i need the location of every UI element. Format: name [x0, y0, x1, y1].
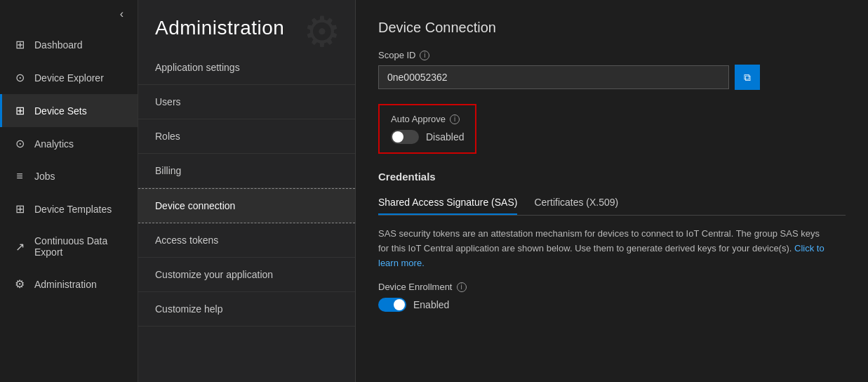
nav-item-application-settings[interactable]: Application settings [138, 51, 355, 85]
main-content: Device Connection Scope ID i ⧉ Auto Appr… [356, 0, 868, 382]
device-explorer-icon: ⊙ [13, 71, 26, 84]
auto-approve-toggle[interactable] [391, 130, 419, 144]
device-enrollment-label: Device Enrollment i [378, 282, 846, 292]
sidebar-label-dashboard: Dashboard [34, 39, 83, 51]
auto-approve-toggle-row: Disabled [391, 130, 464, 144]
sidebar-header: ‹ [0, 0, 138, 28]
sidebar-item-jobs[interactable]: ≡ Jobs [0, 160, 138, 192]
copy-icon: ⧉ [744, 72, 751, 84]
nav-item-billing[interactable]: Billing [138, 154, 355, 188]
credentials-description: SAS security tokens are an attestation m… [378, 227, 827, 270]
sidebar-label-jobs: Jobs [34, 171, 55, 182]
sidebar-label-administration: Administration [34, 279, 97, 290]
scope-id-info-icon[interactable]: i [420, 51, 429, 60]
scope-id-label: Scope ID i [378, 50, 846, 60]
nav-item-access-tokens[interactable]: Access tokens [138, 223, 355, 258]
dashboard-icon: ⊞ [13, 38, 26, 51]
sidebar-item-device-explorer[interactable]: ⊙ Device Explorer [0, 61, 138, 94]
nav-item-customize-application[interactable]: Customize your application [138, 258, 355, 292]
nav-item-customize-help[interactable]: Customize help [138, 292, 355, 327]
sidebar: ‹ ⊞ Dashboard ⊙ Device Explorer ⊞ Device… [0, 0, 138, 382]
nav-item-users[interactable]: Users [138, 85, 355, 119]
sidebar-item-device-sets[interactable]: ⊞ Device Sets [0, 94, 138, 127]
continuous-data-export-icon: ↗ [13, 240, 26, 253]
auto-approve-state-label: Disabled [426, 131, 464, 143]
sidebar-label-device-explorer: Device Explorer [34, 72, 104, 84]
section-title: Device Connection [378, 20, 846, 36]
auto-approve-info-icon[interactable]: i [450, 114, 460, 124]
device-enrollment-state-label: Enabled [413, 299, 449, 310]
sidebar-item-analytics[interactable]: ⊙ Analytics [0, 127, 138, 160]
device-sets-icon: ⊞ [13, 104, 26, 117]
sidebar-item-continuous-data-export[interactable]: ↗ Continuous Data Export [0, 225, 138, 268]
sidebar-item-administration[interactable]: ⚙ Administration [0, 268, 138, 301]
auto-approve-box: Auto Approve i Disabled [378, 104, 476, 154]
administration-title: Administration [155, 17, 338, 39]
middle-header: Administration ⚙ [138, 0, 355, 51]
tab-certificates[interactable]: Certificates (X.509) [534, 191, 618, 215]
device-templates-icon: ⊞ [13, 202, 26, 216]
sidebar-label-analytics: Analytics [34, 138, 74, 150]
sidebar-label-device-templates: Device Templates [34, 204, 112, 215]
sidebar-item-device-templates[interactable]: ⊞ Device Templates [0, 192, 138, 225]
device-enrollment-toggle[interactable] [378, 298, 406, 312]
administration-icon: ⚙ [13, 277, 26, 291]
credentials-title: Credentials [378, 171, 846, 183]
tab-sas[interactable]: Shared Access Signature (SAS) [378, 191, 517, 215]
scope-id-row: ⧉ [378, 65, 846, 90]
credentials-tabs: Shared Access Signature (SAS) Certificat… [378, 191, 846, 216]
credentials-section: Credentials Shared Access Signature (SAS… [378, 171, 846, 312]
sidebar-item-dashboard[interactable]: ⊞ Dashboard [0, 28, 138, 61]
auto-approve-label: Auto Approve i [391, 114, 464, 124]
scope-id-input[interactable] [378, 65, 729, 89]
sidebar-label-device-sets: Device Sets [34, 105, 87, 117]
copy-scope-id-button[interactable]: ⧉ [735, 65, 760, 90]
nav-item-roles[interactable]: Roles [138, 119, 355, 154]
sidebar-label-continuous-data-export: Continuous Data Export [34, 235, 126, 258]
sidebar-collapse-button[interactable]: ‹ [114, 5, 129, 23]
middle-panel: Administration ⚙ Application settingsUse… [138, 0, 356, 382]
enrollment-toggle-row: Enabled [378, 298, 846, 312]
device-enrollment-info-icon[interactable]: i [457, 282, 467, 292]
analytics-icon: ⊙ [13, 137, 26, 150]
jobs-icon: ≡ [13, 170, 26, 183]
nav-item-device-connection[interactable]: Device connection [138, 188, 355, 223]
